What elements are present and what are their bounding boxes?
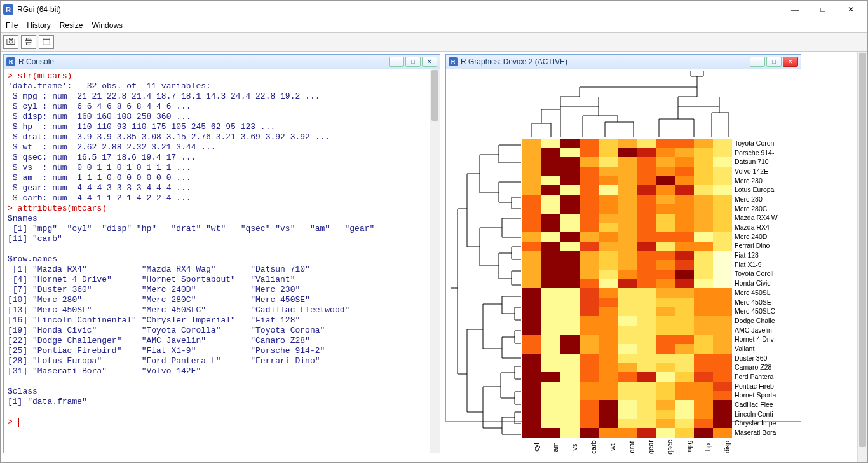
- graphics-titlebar[interactable]: R R Graphics: Device 2 (ACTIVE) — □ ✕: [446, 55, 801, 69]
- graphics-canvas: cylamvscarbwtdratgearqsecmpghpdisp Toyot…: [446, 69, 801, 421]
- heatmap-cell: [599, 307, 618, 316]
- heatmap-cell: [694, 354, 713, 363]
- console-close-button[interactable]: ✕: [422, 57, 437, 67]
- window-focus-button[interactable]: [39, 35, 54, 49]
- heatmap-cell: [599, 251, 618, 260]
- print-button[interactable]: [21, 35, 36, 49]
- console-titlebar[interactable]: R R Console — □ ✕: [4, 55, 440, 69]
- heatmap-cell: [637, 316, 656, 326]
- heatmap-cell: [580, 279, 599, 288]
- mdi-scrollbar[interactable]: [857, 52, 867, 462]
- heatmap-cell: [580, 298, 599, 307]
- heatmap-cell: [522, 307, 541, 316]
- heatmap-cell: [541, 279, 560, 288]
- heatmap-cell: [541, 344, 560, 354]
- heatmap-cell: [522, 419, 541, 429]
- col-label: drat: [619, 438, 635, 457]
- heatmap-cell: [599, 260, 618, 270]
- heatmap-cell: [580, 204, 599, 214]
- graphics-max-button[interactable]: □: [766, 57, 782, 67]
- heatmap-cell: [560, 344, 580, 354]
- copy-device-button[interactable]: [3, 35, 18, 49]
- heatmap-cell: [541, 214, 560, 223]
- menu-history[interactable]: History: [27, 21, 50, 30]
- heatmap-cell: [599, 185, 618, 195]
- col-label: disp: [714, 438, 731, 457]
- heatmap-cell: [541, 298, 560, 307]
- maximize-button[interactable]: □: [809, 1, 837, 18]
- menu-file[interactable]: File: [6, 21, 18, 30]
- heatmap-cell: [637, 251, 656, 260]
- heatmap-cell: [560, 279, 580, 288]
- heatmap-cell: [713, 326, 732, 335]
- heatmap-cell: [541, 326, 560, 335]
- printer-icon: [24, 37, 33, 48]
- heatmap-cell: [637, 326, 656, 335]
- heatmap-cell: [522, 204, 541, 214]
- heatmap-cell: [675, 148, 694, 158]
- menu-windows[interactable]: Windows: [92, 21, 123, 30]
- heatmap-cell: [522, 167, 541, 176]
- graphics-min-button[interactable]: —: [750, 57, 765, 67]
- heatmap-cell: [560, 298, 580, 307]
- heatmap-cell: [599, 204, 618, 214]
- heatmap-cell: [522, 363, 541, 373]
- heatmap-cell: [618, 251, 637, 260]
- heatmap-cell: [560, 232, 580, 242]
- heatmap-cell: [580, 363, 599, 373]
- console-min-button[interactable]: —: [389, 57, 404, 67]
- heatmap-cell: [522, 223, 541, 232]
- heatmap-cell: [618, 316, 637, 326]
- menu-resize[interactable]: Resize: [60, 21, 83, 30]
- graphics-close-button[interactable]: ✕: [783, 57, 798, 67]
- console-max-button[interactable]: □: [405, 57, 421, 67]
- heatmap-cell: [713, 223, 732, 232]
- heatmap-cell: [713, 148, 732, 158]
- heatmap-cell: [656, 242, 675, 251]
- console-scrollbar[interactable]: [430, 69, 440, 453]
- heatmap-cell: [522, 148, 541, 158]
- heatmap-cell: [637, 428, 656, 438]
- heatmap-cell: [618, 223, 637, 232]
- heatmap-cell: [522, 195, 541, 204]
- row-label: Fiat X1-9: [735, 260, 804, 270]
- row-label: Pontiac Fireb: [735, 381, 804, 390]
- heatmap-cell: [599, 382, 618, 391]
- heatmap-cell: [541, 419, 560, 429]
- heatmap-cell: [541, 176, 560, 186]
- console-scroll-thumb[interactable]: [431, 70, 438, 121]
- heatmap-cell: [656, 335, 675, 344]
- heatmap-cell: [580, 260, 599, 270]
- heatmap-cell: [599, 419, 618, 429]
- col-label: am: [543, 438, 559, 457]
- row-label: Merc 450SL: [735, 288, 804, 298]
- heatmap-cell: [522, 176, 541, 186]
- heatmap-cell: [675, 232, 694, 242]
- heatmap-cell: [580, 326, 599, 335]
- row-dendrogram: [451, 139, 521, 438]
- heatmap-cell: [541, 391, 560, 401]
- heatmap-cell: [618, 232, 637, 242]
- close-button[interactable]: ✕: [837, 1, 865, 18]
- heatmap-cell: [656, 344, 675, 354]
- col-label: qsec: [657, 438, 674, 457]
- col-label: gear: [638, 438, 654, 457]
- heatmap-cell: [656, 223, 675, 232]
- heatmap-cell: [618, 288, 637, 298]
- heatmap-cell: [618, 326, 637, 335]
- heatmap-cell: [694, 298, 713, 307]
- heatmap-cell: [656, 251, 675, 260]
- heatmap-cell: [560, 176, 580, 186]
- heatmap-cell: [694, 270, 713, 279]
- heatmap-cell: [541, 288, 560, 298]
- heatmap-cell: [599, 270, 618, 279]
- window-icon: [42, 37, 51, 48]
- heatmap-cell: [713, 428, 732, 438]
- heatmap-cell: [618, 298, 637, 307]
- console-body[interactable]: > str(mtcars) 'data.frame': 32 obs. of 1…: [4, 69, 440, 453]
- heatmap-cell: [541, 148, 560, 158]
- row-label: Hornet 4 Driv: [735, 335, 804, 344]
- heatmap-cell: [637, 242, 656, 251]
- minimize-button[interactable]: —: [781, 1, 809, 18]
- mdi-scroll-thumb[interactable]: [859, 53, 866, 447]
